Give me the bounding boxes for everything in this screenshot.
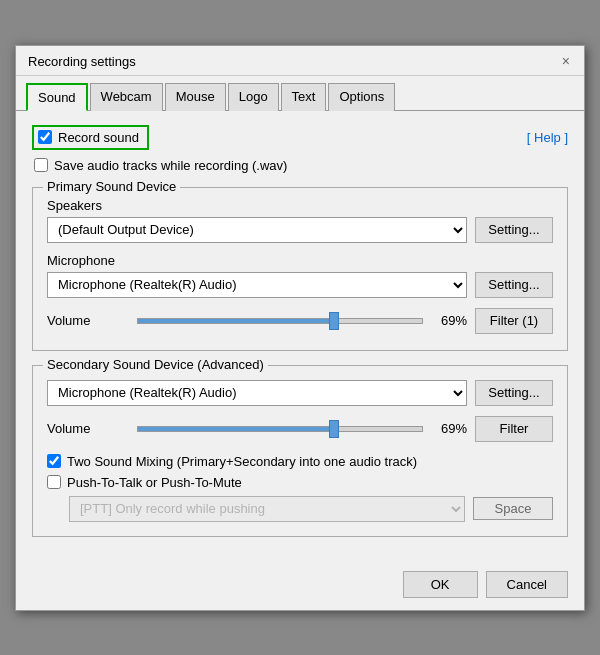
two-sound-row: Two Sound Mixing (Primary+Secondary into…: [47, 454, 553, 469]
speakers-select-wrap: (Default Output Device): [47, 217, 467, 243]
primary-sound-section: Primary Sound Device Speakers (Default O…: [32, 187, 568, 351]
title-bar: Recording settings ×: [16, 46, 584, 76]
secondary-microphone-select-wrap: Microphone (Realtek(R) Audio): [47, 380, 467, 406]
record-sound-checkbox[interactable]: [38, 130, 52, 144]
two-sound-label: Two Sound Mixing (Primary+Secondary into…: [67, 454, 417, 469]
secondary-microphone-row: Microphone (Realtek(R) Audio) Setting...: [47, 380, 553, 406]
dialog-title: Recording settings: [28, 54, 136, 69]
secondary-volume-row: Volume 69% Filter: [47, 416, 553, 442]
close-button[interactable]: ×: [560, 54, 572, 68]
cancel-button[interactable]: Cancel: [486, 571, 568, 598]
secondary-volume-pct: 69%: [431, 421, 467, 436]
tab-webcam[interactable]: Webcam: [90, 83, 163, 111]
record-sound-row: Record sound [ Help ]: [32, 125, 568, 150]
secondary-volume-slider[interactable]: [137, 419, 423, 439]
ptt-checkbox[interactable]: [47, 475, 61, 489]
record-sound-label[interactable]: Record sound: [32, 125, 149, 150]
help-link[interactable]: [ Help ]: [527, 130, 568, 145]
ptt-key-display: Space: [473, 497, 553, 520]
speakers-setting-button[interactable]: Setting...: [475, 217, 553, 243]
secondary-sound-section: Secondary Sound Device (Advanced) Microp…: [32, 365, 568, 537]
primary-filter-button[interactable]: Filter (1): [475, 308, 553, 334]
secondary-filter-button[interactable]: Filter: [475, 416, 553, 442]
primary-volume-label: Volume: [47, 313, 137, 328]
recording-settings-dialog: Recording settings × Sound Webcam Mouse …: [15, 45, 585, 611]
tab-options[interactable]: Options: [328, 83, 395, 111]
speakers-label: Speakers: [47, 198, 553, 213]
primary-volume-row: Volume 69% Filter (1): [47, 308, 553, 334]
microphone-select[interactable]: Microphone (Realtek(R) Audio): [47, 272, 467, 298]
ptt-checkbox-row: Push-To-Talk or Push-To-Mute: [47, 475, 553, 490]
save-audio-row: Save audio tracks while recording (.wav): [34, 158, 568, 173]
ptt-select-row: [PTT] Only record while pushing Space: [47, 496, 553, 522]
tab-sound[interactable]: Sound: [26, 83, 88, 111]
tab-logo[interactable]: Logo: [228, 83, 279, 111]
main-content: Record sound [ Help ] Save audio tracks …: [16, 111, 584, 563]
two-sound-checkbox[interactable]: [47, 454, 61, 468]
ok-button[interactable]: OK: [403, 571, 478, 598]
microphone-select-wrap: Microphone (Realtek(R) Audio): [47, 272, 467, 298]
tab-mouse[interactable]: Mouse: [165, 83, 226, 111]
microphone-setting-button[interactable]: Setting...: [475, 272, 553, 298]
speakers-select[interactable]: (Default Output Device): [47, 217, 467, 243]
secondary-volume-label: Volume: [47, 421, 137, 436]
secondary-section-label: Secondary Sound Device (Advanced): [43, 357, 268, 372]
microphone-label: Microphone: [47, 253, 553, 268]
ptt-select-wrap: [PTT] Only record while pushing: [69, 496, 465, 522]
primary-volume-slider[interactable]: [137, 311, 423, 331]
speakers-row: (Default Output Device) Setting...: [47, 217, 553, 243]
tab-text[interactable]: Text: [281, 83, 327, 111]
secondary-microphone-select[interactable]: Microphone (Realtek(R) Audio): [47, 380, 467, 406]
primary-volume-pct: 69%: [431, 313, 467, 328]
ptt-label: Push-To-Talk or Push-To-Mute: [67, 475, 242, 490]
save-audio-checkbox[interactable]: [34, 158, 48, 172]
primary-section-label: Primary Sound Device: [43, 179, 180, 194]
bottom-button-bar: OK Cancel: [16, 563, 584, 610]
ptt-mode-select[interactable]: [PTT] Only record while pushing: [69, 496, 465, 522]
secondary-setting-button[interactable]: Setting...: [475, 380, 553, 406]
microphone-row: Microphone (Realtek(R) Audio) Setting...: [47, 272, 553, 298]
tab-bar: Sound Webcam Mouse Logo Text Options: [16, 76, 584, 111]
